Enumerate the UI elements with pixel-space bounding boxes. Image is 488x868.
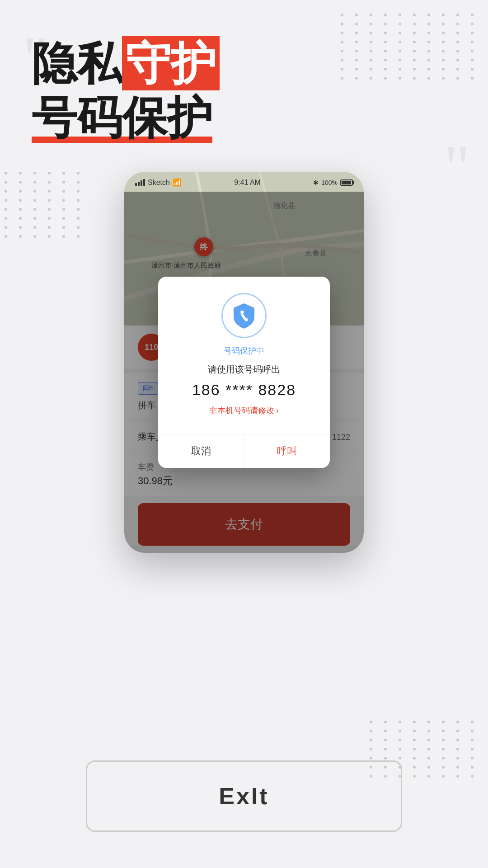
phone-number-display: 186 **** 8828 <box>172 381 316 399</box>
shield-icon <box>228 300 260 331</box>
signal-bars <box>135 179 145 186</box>
signal-bar-3 <box>141 180 142 186</box>
shield-icon-wrapper <box>221 293 267 338</box>
battery-icon <box>340 179 353 186</box>
dialog-cancel-button[interactable]: 取消 <box>158 434 244 468</box>
phone-mockup: Sketch 📶 9:41 AM ✱ 100% <box>124 172 364 553</box>
protection-label: 号码保护中 <box>172 345 316 356</box>
signal-bar-4 <box>143 179 145 186</box>
dialog-box: 号码保护中 请使用该号码呼出 186 **** 8828 非本机号码请修改 › … <box>158 277 330 468</box>
dialog-actions: 取消 呼叫 <box>158 434 330 468</box>
battery-fill <box>342 181 351 184</box>
change-number-link[interactable]: 非本机号码请修改 › <box>172 405 316 416</box>
hero-section: " " 隐私守护 号码保护 <box>0 0 488 163</box>
dialog-instruction: 请使用该号码呼出 <box>172 363 316 376</box>
dialog-overlay: 号码保护中 请使用该号码呼出 186 **** 8828 非本机号码请修改 › … <box>124 192 364 553</box>
phone-mockup-wrapper: Sketch 📶 9:41 AM ✱ 100% <box>0 172 488 553</box>
dialog-call-button[interactable]: 呼叫 <box>244 434 330 468</box>
bluetooth-icon: ✱ <box>313 179 319 186</box>
hero-highlight-2: 号码保护 <box>32 90 212 145</box>
battery-percent: 100% <box>321 179 338 186</box>
status-time: 9:41 AM <box>234 179 261 187</box>
wifi-icon: 📶 <box>173 178 182 187</box>
exit-button-area: ExIt <box>0 760 488 832</box>
status-bar-left: Sketch 📶 <box>135 178 182 187</box>
status-bar-right: ✱ 100% <box>313 179 353 186</box>
dialog-body: 号码保护中 请使用该号码呼出 186 **** 8828 非本机号码请修改 › <box>158 277 330 434</box>
hero-title: 隐私守护 号码保护 <box>32 36 456 145</box>
carrier-name: Sketch <box>148 179 170 187</box>
signal-bar-1 <box>135 183 137 186</box>
hero-title-char1: 隐私 <box>32 38 122 89</box>
exit-button[interactable]: ExIt <box>86 760 402 832</box>
hero-highlight-1: 守护 <box>122 36 220 90</box>
signal-bar-2 <box>138 182 140 186</box>
status-bar: Sketch 📶 9:41 AM ✱ 100% <box>124 172 364 189</box>
